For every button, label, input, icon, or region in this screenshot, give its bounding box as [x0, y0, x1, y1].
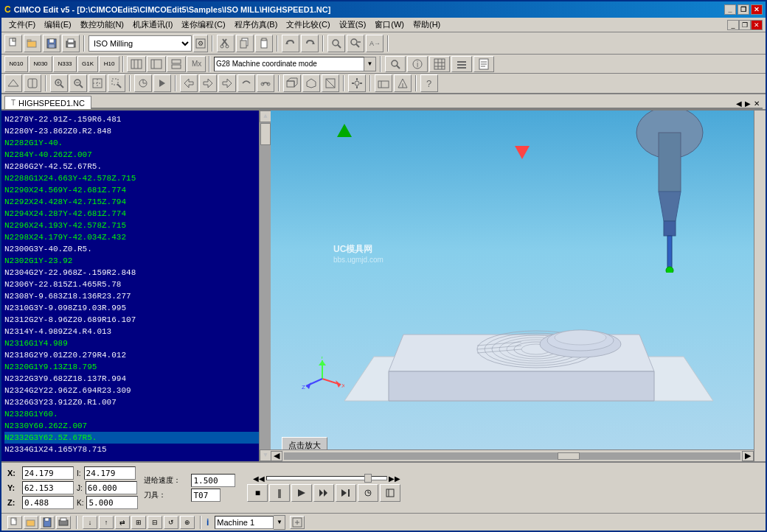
paste-button[interactable]	[255, 35, 273, 52]
menu-help[interactable]: 帮助(H)	[409, 18, 445, 32]
view3d-btn-2[interactable]	[302, 74, 320, 92]
code-line-18[interactable]: N2314Y-4.989Z24.R4.013	[4, 326, 268, 337]
status-open-btn[interactable]	[24, 516, 38, 529]
code-line-19[interactable]: N2316G1Y4.989	[4, 337, 268, 349]
code-content[interactable]: N2278Y-22.91Z-.159R6.481N2280Y-23.862Z0.…	[1, 111, 271, 458]
play-button[interactable]	[291, 484, 312, 502]
find-next-button[interactable]	[347, 35, 364, 52]
code-line-20[interactable]: N2318G2Y9.01Z20.279R4.012	[4, 349, 268, 361]
profile-settings-button[interactable]: ⚙	[193, 35, 208, 52]
menu-simulation[interactable]: 程序仿真(B)	[230, 18, 282, 32]
nc-btn-4[interactable]: Mx	[187, 56, 206, 72]
menu-machine-comm[interactable]: 机床通讯(I)	[128, 18, 177, 32]
machine-settings-btn[interactable]	[290, 516, 305, 529]
view-btn-2[interactable]	[24, 74, 41, 92]
code-line-14[interactable]: N2306Y-22.815Z1.465R5.78	[4, 279, 268, 290]
sim-btn-2[interactable]	[153, 74, 171, 92]
code-line-12[interactable]: N2302G1Y-23.92	[4, 255, 268, 267]
export-btn-2[interactable]	[394, 74, 412, 92]
menu-mini-prog[interactable]: 迷你编程(C)	[177, 18, 229, 32]
code-line-8[interactable]: N2294X24.287Y-42.681Z.774	[4, 208, 268, 220]
replace-button[interactable]: A→B	[366, 35, 384, 52]
code-line-6[interactable]: N2290X24.569Y-42.681Z.774	[4, 184, 268, 196]
menu-file[interactable]: 文件(F)	[4, 18, 40, 32]
viewport-vertical-scrollbar[interactable]	[754, 111, 766, 461]
print-button[interactable]	[62, 35, 80, 52]
code-line-3[interactable]: N2284Y-40.262Z.007	[4, 149, 268, 161]
scroll-down-button[interactable]: ▼	[260, 449, 271, 461]
nc-grid-btn[interactable]	[429, 56, 450, 72]
status-btn-3[interactable]: ⇄	[115, 516, 130, 529]
zoom-out-button[interactable]	[69, 74, 87, 92]
nc-btn-n333[interactable]: N333	[53, 56, 77, 72]
code-line-21[interactable]: N2320G1Y9.13Z18.795	[4, 361, 268, 373]
menu-window[interactable]: 窗口(W)	[370, 18, 409, 32]
nc-settings-btn[interactable]	[451, 56, 472, 72]
view3d-btn-1[interactable]	[283, 74, 301, 92]
status-print-btn[interactable]	[56, 516, 71, 529]
menu-settings[interactable]: 设置(S)	[335, 18, 371, 32]
nc-btn-h10[interactable]: H10	[99, 56, 119, 72]
3d-viewport[interactable]: UC模具网 bbs.ugmjd.com	[271, 111, 766, 461]
extra-btn-1[interactable]	[358, 484, 378, 502]
view-btn-1[interactable]	[4, 74, 22, 92]
save-file-button[interactable]	[43, 35, 60, 52]
sim-btn-5[interactable]	[218, 74, 236, 92]
nc-info-btn[interactable]: i	[407, 56, 428, 72]
tab-nav-right[interactable]: ▶	[745, 99, 751, 108]
code-line-24[interactable]: N2326G3Y23.912Z0.R1.007	[4, 396, 268, 408]
status-btn-6[interactable]: ↺	[164, 516, 178, 529]
code-line-17[interactable]: N2312G2Y-8.96Z20.689R16.107	[4, 314, 268, 326]
nc-page-btn[interactable]	[473, 56, 494, 72]
code-line-25[interactable]: N2328G1Y60.	[4, 408, 268, 420]
status-btn-1[interactable]: ↓	[83, 516, 97, 529]
redo-button[interactable]	[301, 35, 319, 52]
export-btn-1[interactable]	[375, 74, 392, 92]
code-line-9[interactable]: N2296X24.193Y-42.578Z.715	[4, 220, 268, 231]
menu-minimize-button[interactable]: _	[727, 20, 739, 30]
code-line-16[interactable]: N2310G3Y-9.098Z19.03R.995	[4, 302, 268, 314]
nc-btn-3[interactable]	[167, 56, 186, 72]
step-forward-button[interactable]	[336, 484, 356, 502]
mode-dropdown-button[interactable]: ▼	[364, 57, 376, 71]
status-btn-5[interactable]: ⊟	[148, 516, 162, 529]
menu-compare[interactable]: 文件比较(C)	[282, 18, 334, 32]
nc-btn-n030[interactable]: N030	[29, 56, 52, 72]
menu-restore-button[interactable]: ❐	[739, 20, 751, 30]
pause-button[interactable]: ‖	[269, 484, 290, 502]
extra-btn-2[interactable]	[380, 484, 400, 502]
zoom-selection-button[interactable]	[108, 74, 125, 92]
nc-btn-1[interactable]	[127, 56, 146, 72]
sim-btn-3[interactable]	[180, 74, 198, 92]
nc-search-btn[interactable]	[385, 56, 406, 72]
zoom-in-button[interactable]	[50, 74, 68, 92]
mode-input[interactable]: G28 Machine coordinate mode	[214, 57, 364, 71]
open-file-button[interactable]	[24, 35, 41, 52]
code-line-28[interactable]: N2334G1X24.165Y78.715	[4, 444, 268, 455]
undo-button[interactable]	[282, 35, 299, 52]
code-line-5[interactable]: N2288G1X24.663Y-42.578Z.715	[4, 172, 268, 184]
machine-dropdown-button[interactable]: ▼	[274, 515, 285, 530]
nc-btn-g1k[interactable]: G1K	[77, 56, 98, 72]
menu-edit[interactable]: 编辑(E)	[40, 18, 76, 32]
new-file-button[interactable]	[4, 35, 22, 52]
code-line-0[interactable]: N2278Y-22.91Z-.159R6.481	[4, 113, 268, 125]
tab-file[interactable]: T HIGHSPEED1.NC	[4, 96, 91, 109]
code-line-1[interactable]: N2280Y-23.862Z0.R2.848	[4, 125, 268, 137]
code-line-13[interactable]: N2304G2Y-22.968Z-.159R2.848	[4, 267, 268, 279]
machine-name[interactable]: Machine 1	[215, 516, 274, 529]
menu-nc[interactable]: 数控功能(N)	[76, 18, 128, 32]
sim-btn-1[interactable]	[134, 74, 152, 92]
scroll-up-button[interactable]: ▲	[260, 111, 271, 122]
code-line-26[interactable]: N2330Y60.262Z.007	[4, 420, 268, 432]
code-line-22[interactable]: N2322G3Y9.682Z18.137R.994	[4, 373, 268, 385]
profile-dropdown[interactable]: ISO Milling	[88, 35, 192, 52]
stop-button[interactable]: ■	[247, 484, 268, 502]
restore-button[interactable]: ❐	[738, 4, 749, 15]
viewport-horizontal-scrollbar[interactable]: ◀ ▶	[271, 449, 754, 461]
code-line-4[interactable]: N2286G2Y-42.5Z.67R5.	[4, 161, 268, 172]
cut-button[interactable]	[217, 35, 235, 52]
close-button[interactable]: ✕	[751, 4, 763, 15]
help-btn[interactable]: ?	[420, 74, 438, 92]
tab-close-icon[interactable]: ✕	[754, 99, 760, 108]
